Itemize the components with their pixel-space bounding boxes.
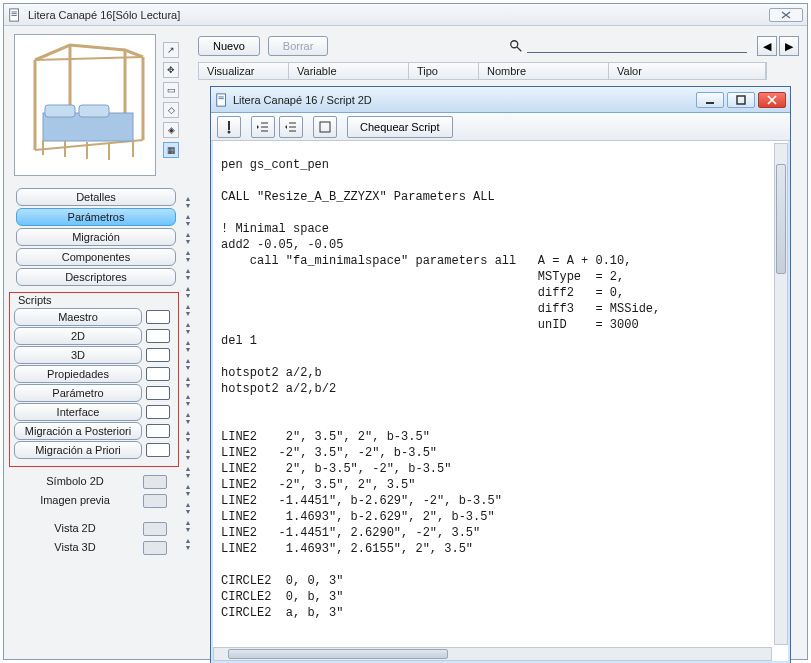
check-script-button[interactable]: Chequear Script [347,116,453,138]
script-interface[interactable]: Interface [14,403,142,421]
marker-icon[interactable] [217,116,241,138]
tool-crosshair-icon[interactable]: ✥ [163,62,179,78]
script-maestro[interactable]: Maestro [14,308,142,326]
nav-parametros[interactable]: Parámetros [16,208,176,226]
chip-imagen[interactable] [143,494,167,508]
close-button[interactable] [769,8,803,22]
prev-button[interactable]: ◀ [757,36,777,56]
chip-vista2d[interactable] [143,522,167,536]
extras-list: Símbolo 2D Imagen previa Vista 2D Vista … [9,473,183,557]
chip-vista3d[interactable] [143,541,167,555]
svg-rect-6 [45,105,75,117]
search-input[interactable] [527,39,747,53]
col-tipo[interactable]: Tipo [409,63,479,79]
spinner[interactable]: ▲▼ [183,502,193,519]
spinner[interactable]: ▲▼ [183,214,193,231]
nav-componentes[interactable]: Componentes [16,248,176,266]
chip-3d[interactable] [146,348,170,362]
extra-imagen[interactable]: Imagen previa [11,492,139,510]
preview-thumbnail[interactable] [14,34,156,176]
svg-point-15 [228,130,231,133]
script-window-title: Litera Canapé 16 / Script 2D [233,94,372,106]
svg-rect-9 [217,93,226,105]
spinner[interactable]: ▲▼ [183,430,193,447]
spinner[interactable]: ▲▼ [183,520,193,537]
script-3d[interactable]: 3D [14,346,142,364]
script-close-button[interactable] [758,92,786,108]
spinner[interactable]: ▲▼ [183,196,193,213]
svg-rect-2 [12,13,17,14]
spinner[interactable]: ▲▼ [183,286,193,303]
col-nombre[interactable]: Nombre [479,63,609,79]
svg-rect-16 [320,122,330,132]
find-icon[interactable] [313,116,337,138]
nav-migracion[interactable]: Migración [16,228,176,246]
spinner[interactable]: ▲▼ [183,448,193,465]
script-doc-icon [215,93,229,107]
chip-parametro[interactable] [146,386,170,400]
tool-render-icon[interactable]: ▦ [163,142,179,158]
spinner[interactable]: ▲▼ [183,484,193,501]
tool-iso-icon[interactable]: ◇ [163,102,179,118]
spinner[interactable]: ▲▼ [183,340,193,357]
spinner[interactable]: ▲▼ [183,376,193,393]
spinner[interactable]: ▲▼ [183,538,193,555]
chip-maestro[interactable] [146,310,170,324]
svg-rect-12 [706,102,714,104]
spinner[interactable]: ▲▼ [183,394,193,411]
col-variable[interactable]: Variable [289,63,409,79]
spinner[interactable]: ▲▼ [183,466,193,483]
indent-icon[interactable] [279,116,303,138]
chip-propiedades[interactable] [146,367,170,381]
nuevo-button[interactable]: Nuevo [198,36,260,56]
nav-detalles[interactable]: Detalles [16,188,176,206]
nav-descriptores[interactable]: Descriptores [16,268,176,286]
script-2d[interactable]: 2D [14,327,142,345]
svg-rect-1 [12,11,17,12]
hscroll-thumb[interactable] [228,649,448,659]
borrar-button[interactable]: Borrar [268,36,329,56]
script-mig-post[interactable]: Migración a Posteriori [14,422,142,440]
col-visualizar[interactable]: Visualizar [199,63,289,79]
code-editor[interactable]: pen gs_cont_pen CALL "Resize_A_B_ZZYZX" … [215,145,772,645]
script-titlebar[interactable]: Litera Canapé 16 / Script 2D [211,87,790,113]
chip-interface[interactable] [146,405,170,419]
spinner[interactable]: ▲▼ [183,322,193,339]
svg-rect-14 [228,121,230,130]
script-window: Litera Canapé 16 / Script 2D Chequear Sc… [210,86,791,663]
main-body: ↗ ✥ ▭ ◇ ◈ ▦ Detalles Parámetros Migració… [4,26,807,659]
script-mig-pri[interactable]: Migración a Priori [14,441,142,459]
scripts-group: Scripts Maestro 2D 3D Propiedades Paráme… [9,292,179,467]
col-valor[interactable]: Valor [609,63,766,79]
spinner[interactable]: ▲▼ [183,412,193,429]
maximize-button[interactable] [727,92,755,108]
horizontal-scrollbar[interactable] [213,647,772,661]
spinner[interactable]: ▲▼ [183,250,193,267]
scripts-legend: Scripts [16,294,54,306]
spinner[interactable]: ▲▼ [183,268,193,285]
minimize-button[interactable] [696,92,724,108]
spinner[interactable]: ▲▼ [183,232,193,249]
tool-cube-icon[interactable]: ◈ [163,122,179,138]
spinner[interactable]: ▲▼ [183,358,193,375]
extra-simbolo2d[interactable]: Símbolo 2D [11,473,139,491]
extra-vista3d[interactable]: Vista 3D [11,539,139,557]
script-propiedades[interactable]: Propiedades [14,365,142,383]
svg-point-8 [511,41,518,48]
script-parametro[interactable]: Parámetro [14,384,142,402]
chip-mig-post[interactable] [146,424,170,438]
vertical-scrollbar[interactable] [774,143,788,645]
outdent-icon[interactable] [251,116,275,138]
chip-simbolo2d[interactable] [143,475,167,489]
tool-line-icon[interactable]: ▭ [163,82,179,98]
main-titlebar[interactable]: Litera Canapé 16[Sólo Lectura] [4,4,807,26]
vscroll-thumb[interactable] [776,164,786,274]
tool-arrow-icon[interactable]: ↗ [163,42,179,58]
spinner[interactable]: ▲▼ [183,304,193,321]
main-window: Litera Canapé 16[Sólo Lectura] [3,3,808,660]
next-button[interactable]: ▶ [779,36,799,56]
extra-vista2d[interactable]: Vista 2D [11,520,139,538]
top-toolbar: Nuevo Borrar ◀ ▶ [198,34,799,58]
chip-2d[interactable] [146,329,170,343]
chip-mig-pri[interactable] [146,443,170,457]
